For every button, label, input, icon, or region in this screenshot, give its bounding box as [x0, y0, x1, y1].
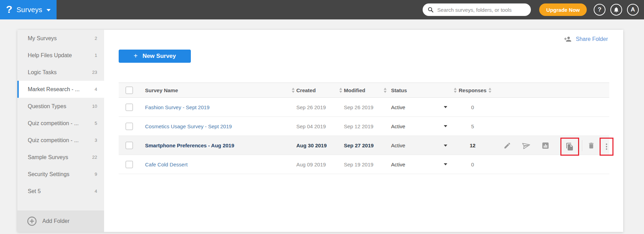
app-title: Surveys	[16, 6, 42, 14]
created-date: Sep 04 2019	[296, 123, 338, 129]
chevron-down-icon[interactable]	[444, 145, 447, 147]
sidebar-item-help-files-update[interactable]: Help Files Update 1	[17, 47, 104, 64]
sidebar-item-market-research[interactable]: Market Research - ... 4	[17, 81, 104, 98]
sidebar-item-quiz-competition-2[interactable]: Quiz competition - ... 3	[17, 132, 104, 149]
status-value: Active	[391, 142, 405, 148]
chevron-down-icon[interactable]	[444, 106, 447, 108]
search-input[interactable]	[437, 7, 526, 13]
plus-circle-icon	[27, 216, 37, 226]
select-all-checkbox[interactable]	[126, 87, 133, 94]
created-date: Sep 26 2019	[296, 104, 338, 110]
status-dropdown[interactable]: Active	[388, 162, 452, 167]
header-created[interactable]: Created	[296, 87, 338, 93]
survey-name-link[interactable]: Fashion Survey - Sept 2019	[145, 104, 210, 110]
sort-icon[interactable]	[454, 88, 457, 93]
sort-icon[interactable]	[292, 88, 295, 93]
main-content: Share Folder + New Survey Survey Name Cr…	[104, 30, 623, 232]
sidebar-item-set-5[interactable]: Set 5 4	[17, 183, 104, 200]
add-folder-label: Add Folder	[42, 218, 69, 224]
sidebar-item-question-types[interactable]: Question Types 10	[17, 98, 104, 115]
row-actions	[493, 136, 613, 155]
row-checkbox[interactable]	[126, 161, 133, 168]
folder-label: Set 5	[28, 188, 41, 194]
folders-sidebar: My Surveys 2 Help Files Update 1 Logic T…	[17, 30, 104, 232]
question-mark-icon: ?	[598, 6, 601, 13]
modified-date: Sep 27 2019	[344, 142, 382, 148]
table-row-highlighted: Smartphone Preferences - Aug 2019 Aug 30…	[119, 136, 609, 155]
modified-date: Sep 12 2019	[344, 123, 382, 129]
status-value: Active	[391, 123, 405, 129]
plus-icon: +	[134, 52, 138, 60]
upgrade-now-button[interactable]: Upgrade Now	[539, 3, 587, 16]
folder-count: 4	[95, 189, 97, 194]
share-folder-button[interactable]: Share Folder	[564, 35, 608, 43]
add-folder-button[interactable]: Add Folder	[17, 210, 104, 232]
table-row: Fashion Survey - Sept 2019 Sep 26 2019 S…	[119, 98, 609, 117]
folder-label: Security Settings	[28, 171, 69, 177]
send-button[interactable]	[522, 141, 531, 150]
sidebar-item-my-surveys[interactable]: My Surveys 2	[17, 30, 104, 47]
row-checkbox[interactable]	[126, 142, 133, 149]
bell-icon	[613, 7, 619, 13]
annotation-box-more	[600, 138, 613, 156]
duplicate-button[interactable]	[566, 142, 574, 151]
header-survey-name[interactable]: Survey Name	[139, 87, 290, 93]
survey-name-link[interactable]: Smartphone Preferences - Aug 2019	[145, 142, 234, 148]
new-survey-button[interactable]: + New Survey	[119, 50, 191, 63]
folder-count: 23	[92, 70, 97, 75]
app-switcher[interactable]: ? Surveys	[0, 0, 57, 19]
folder-count: 10	[92, 104, 97, 109]
sidebar-item-sample-surveys[interactable]: Sample Surveys 22	[17, 149, 104, 166]
sidebar-item-security-settings[interactable]: Security Settings 9	[17, 166, 104, 183]
chevron-down-icon[interactable]	[444, 163, 447, 165]
more-options-button[interactable]	[602, 142, 611, 151]
folder-label: Question Types	[28, 103, 66, 110]
folder-label: Sample Surveys	[28, 154, 68, 161]
modified-date: Sep 26 2019	[344, 104, 382, 110]
folder-count: 1	[95, 53, 97, 58]
delete-button[interactable]	[587, 141, 595, 150]
annotation-box-copy	[560, 138, 579, 156]
folder-count: 4	[95, 87, 97, 92]
proprofs-logo-icon: ?	[6, 4, 12, 15]
sidebar-item-logic-tasks[interactable]: Logic Tasks 23	[17, 64, 104, 81]
header-modified[interactable]: Modified	[344, 87, 382, 93]
responses-count: 0	[458, 162, 487, 167]
notifications-button[interactable]	[610, 4, 622, 16]
table-row: Cafe Cold Dessert Aug 09 2019 Sep 19 201…	[119, 155, 609, 174]
row-checkbox[interactable]	[126, 104, 133, 111]
created-date: Aug 30 2019	[296, 142, 338, 148]
copy-icon	[566, 142, 574, 151]
responses-count: 5	[458, 123, 487, 129]
header-status[interactable]: Status	[388, 87, 452, 93]
new-survey-label: New Survey	[143, 53, 176, 60]
survey-name-link[interactable]: Cafe Cold Dessert	[145, 162, 188, 167]
status-dropdown[interactable]: Active	[388, 104, 452, 110]
status-dropdown[interactable]: Active	[388, 142, 452, 148]
account-avatar[interactable]: A	[627, 4, 639, 16]
table-header-row: Survey Name Created Modified Status Resp…	[119, 83, 609, 98]
sort-icon[interactable]	[384, 88, 387, 93]
global-search[interactable]	[423, 3, 531, 16]
edit-button[interactable]	[503, 141, 511, 150]
sidebar-item-quiz-competition-1[interactable]: Quiz competition - ... 5	[17, 115, 104, 132]
folder-label: Logic Tasks	[28, 69, 57, 76]
folder-count: 3	[95, 138, 97, 143]
kebab-menu-icon	[602, 142, 611, 151]
status-dropdown[interactable]: Active	[388, 123, 452, 129]
sort-icon[interactable]	[339, 88, 342, 93]
status-value: Active	[391, 162, 405, 167]
folder-count: 5	[95, 121, 97, 126]
paper-plane-icon	[522, 141, 531, 150]
chevron-down-icon[interactable]	[444, 125, 447, 127]
header-responses[interactable]: Responses	[458, 87, 487, 93]
folder-count: 22	[92, 155, 97, 160]
responses-count: 0	[458, 104, 487, 110]
survey-name-link[interactable]: Cosmetics Usage Survey - Sept 2019	[145, 123, 232, 129]
bar-chart-icon	[541, 141, 550, 150]
sort-icon[interactable]	[489, 88, 491, 93]
help-button[interactable]: ?	[594, 4, 605, 16]
reports-button[interactable]	[541, 141, 550, 150]
folder-label: Help Files Update	[28, 52, 72, 59]
row-checkbox[interactable]	[126, 123, 133, 130]
